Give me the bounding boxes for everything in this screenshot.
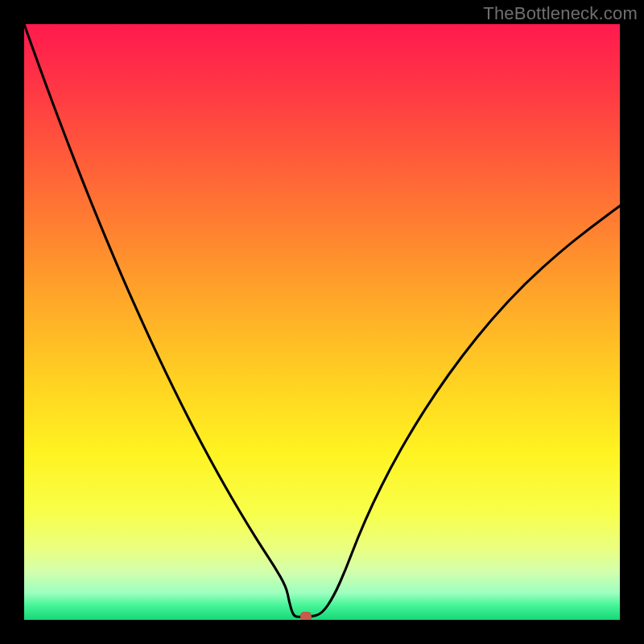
gradient-background [24, 24, 620, 620]
plot-svg [24, 24, 620, 620]
watermark-text: TheBottleneck.com [483, 3, 638, 24]
chart-frame: TheBottleneck.com [0, 0, 644, 644]
plot-area [24, 24, 620, 620]
